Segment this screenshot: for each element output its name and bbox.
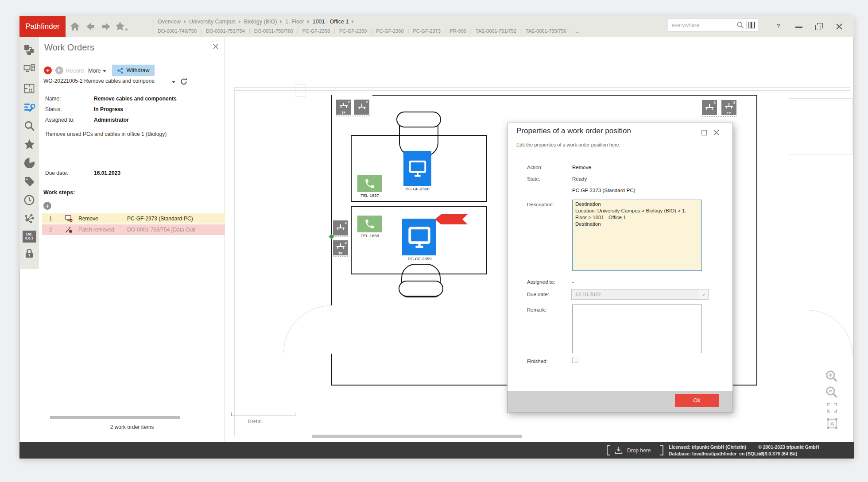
tab-item[interactable]: TAE-0001-755/756: [526, 28, 566, 34]
add-work-step-button[interactable]: +: [43, 202, 51, 210]
forward-button[interactable]: [101, 22, 112, 31]
breadcrumb-item[interactable]: University Campus: [189, 19, 236, 25]
search-input[interactable]: [668, 22, 736, 28]
dropdown-arrow-icon[interactable]: ∨: [699, 289, 708, 299]
assigned-label: Assigned to:: [45, 117, 74, 123]
zoom-in-icon: [825, 369, 839, 383]
refresh-button[interactable]: [180, 77, 188, 85]
sidebar-item-floorplan[interactable]: [19, 80, 39, 97]
data-outlet-symbol[interactable]: 2: [333, 220, 348, 235]
flag-marker-icon: [435, 214, 468, 224]
record-button[interactable]: [55, 66, 63, 74]
breadcrumb-item[interactable]: Overview: [158, 19, 181, 25]
tab-item[interactable]: PC-GF-2360: [376, 28, 403, 34]
sidebar-item-history[interactable]: [19, 191, 39, 209]
device-tel-1837[interactable]: [357, 175, 382, 192]
dialog-maximize-button[interactable]: [701, 130, 707, 135]
drop-here-target[interactable]: Drop here: [614, 445, 658, 456]
work-step-row-2[interactable]: 2 Patch removed DO-0001-753/754 (Data Ou…: [42, 224, 225, 235]
due-date-picker[interactable]: 12.10.2022 ∨: [571, 289, 709, 300]
work-order-selector[interactable]: WO-20221005-2 Remove cables and compone: [43, 78, 176, 86]
tab-item[interactable]: DO-0001-753/754: [206, 28, 245, 34]
minimize-button[interactable]: [795, 27, 802, 28]
sidebar-item-topology[interactable]: [19, 41, 39, 58]
sidebar-item-tags[interactable]: [19, 173, 39, 190]
tab-item[interactable]: PC-GF-2359: [339, 28, 367, 34]
data-outlet-symbol[interactable]: 2: [702, 100, 717, 115]
tab-item[interactable]: PR-990: [450, 28, 466, 34]
tab-item[interactable]: DO-0001-749/750: [158, 28, 197, 34]
dialog-close-button[interactable]: [713, 129, 720, 136]
tab-item[interactable]: PC-GF-2358: [302, 28, 330, 34]
tab-item[interactable]: PC-GF-2373: [413, 28, 440, 34]
device-pc-gf-2360[interactable]: [403, 151, 431, 186]
search-icon[interactable]: [736, 21, 745, 30]
play-icon: [58, 69, 61, 72]
panel-h-scrollbar[interactable]: [50, 416, 180, 419]
fit-to-screen-button[interactable]: [826, 402, 838, 413]
finished-checkbox[interactable]: [572, 357, 578, 363]
data-outlet-symbol[interactable]: 2TP: [336, 100, 351, 115]
remark-textarea[interactable]: [572, 305, 702, 353]
tab-item[interactable]: ...: [576, 28, 580, 34]
sidebar-item-connections[interactable]: [19, 210, 39, 228]
outlet-hatch: [702, 115, 736, 117]
zoom-out-button[interactable]: [825, 385, 839, 399]
database-info: Database: localhost\pathfinder_en [SQLit…: [669, 451, 764, 456]
work-step-row-1[interactable]: 1 Remove PC-GF-2373 (Standard-PC): [42, 213, 225, 224]
sidebar-item-devices[interactable]: [19, 60, 39, 78]
home-button[interactable]: [69, 21, 81, 32]
more-button[interactable]: More: [88, 68, 106, 74]
sidebar-item-ip-networks[interactable]: 192. 0.0.1: [19, 228, 39, 245]
device-pc-gf-2359[interactable]: [402, 219, 436, 255]
breadcrumb-item[interactable]: 1. Floor: [285, 19, 304, 25]
close-button[interactable]: [835, 23, 843, 31]
device-label: TEL-1837: [352, 193, 388, 198]
window-symbol: [295, 85, 306, 96]
assigned-to-value: -: [572, 279, 574, 285]
sidebar-item-reports[interactable]: [19, 154, 39, 172]
data-outlet-symbol[interactable]: 2TP: [333, 240, 348, 255]
zoom-in-button[interactable]: [825, 369, 839, 383]
data-outlet-symbol[interactable]: 2TP: [721, 100, 736, 115]
description-textarea[interactable]: Destination Location: University Campus …: [572, 200, 702, 271]
chair-backrest: [399, 281, 443, 297]
forward-arrow-icon: [101, 22, 112, 31]
tab-item[interactable]: TAE-0001-751/752: [476, 28, 516, 34]
device-tel-1838[interactable]: [357, 216, 382, 232]
label-tool-button[interactable]: A: [825, 417, 839, 430]
selector-chevron-icon[interactable]: [172, 81, 175, 83]
tab-item[interactable]: DO-0001-759/760: [254, 28, 293, 34]
floorplan-icon: [23, 83, 35, 94]
add-work-order-button[interactable]: +: [44, 66, 52, 74]
sidebar-item-security[interactable]: [19, 244, 39, 262]
molecule-icon: [23, 213, 35, 224]
room-wall-left: [331, 354, 332, 386]
svg-text:A: A: [830, 421, 834, 427]
barcode-icon[interactable]: [748, 21, 756, 30]
panel-close-button[interactable]: [213, 43, 219, 50]
restore-button[interactable]: [815, 23, 823, 30]
breadcrumb-item[interactable]: Biology (BIO): [244, 19, 277, 25]
withdraw-button[interactable]: Withdraw: [112, 65, 155, 76]
monitor-icon: [407, 224, 432, 250]
sidebar-item-search[interactable]: [19, 117, 39, 135]
back-button[interactable]: [85, 22, 96, 31]
chair-backrest: [396, 112, 441, 127]
ok-button[interactable]: Ok: [675, 394, 719, 407]
tab-separator: |: [297, 28, 298, 34]
room-wall-right: [756, 95, 757, 386]
sidebar-item-work-orders[interactable]: [19, 98, 39, 116]
sidebar-item-favorites[interactable]: [19, 135, 39, 153]
help-button[interactable]: ?: [776, 22, 784, 31]
patch-cable-icon: [59, 226, 78, 233]
data-outlet-symbol[interactable]: 2: [354, 100, 369, 115]
tab-separator: |: [445, 28, 446, 34]
tab-separator: |: [570, 28, 572, 34]
breadcrumb-separator-icon: [307, 20, 310, 23]
breadcrumb-item[interactable]: 1001 - Office 1: [313, 19, 349, 25]
map-h-scrollbar[interactable]: [312, 435, 522, 438]
record-label: Record: [66, 68, 84, 74]
drop-download-icon: [614, 446, 624, 455]
add-favorite-button[interactable]: +: [114, 20, 128, 33]
